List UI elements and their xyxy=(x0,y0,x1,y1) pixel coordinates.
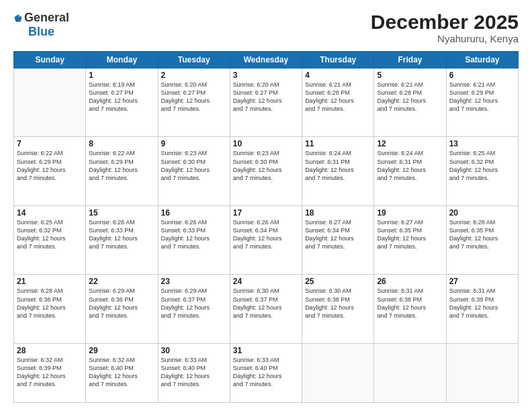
day-number: 30 xyxy=(161,346,227,355)
day-info: Sunrise: 6:26 AM Sunset: 6:33 PM Dayligh… xyxy=(89,218,154,251)
day-info: Sunrise: 6:20 AM Sunset: 6:27 PM Dayligh… xyxy=(161,81,227,113)
day-number: 5 xyxy=(377,71,443,80)
weekday-header: Tuesday xyxy=(158,52,230,68)
day-number: 3 xyxy=(233,71,299,80)
calendar-week-row: 1Sunrise: 6:19 AM Sunset: 6:27 PM Daylig… xyxy=(14,68,519,137)
calendar-cell: 22Sunrise: 6:29 AM Sunset: 6:36 PM Dayli… xyxy=(86,275,158,343)
day-number: 21 xyxy=(17,277,83,286)
day-number: 8 xyxy=(89,139,154,148)
calendar-cell: 12Sunrise: 6:24 AM Sunset: 6:31 PM Dayli… xyxy=(374,137,446,205)
calendar-cell xyxy=(14,68,86,137)
calendar-cell: 10Sunrise: 6:23 AM Sunset: 6:30 PM Dayli… xyxy=(230,137,302,205)
title-block: December 2025 Nyahururu, Kenya xyxy=(371,11,519,44)
calendar-cell: 8Sunrise: 6:22 AM Sunset: 6:29 PM Daylig… xyxy=(86,137,158,205)
calendar-cell: 21Sunrise: 6:28 AM Sunset: 6:36 PM Dayli… xyxy=(14,275,86,343)
day-number: 16 xyxy=(161,208,227,218)
day-info: Sunrise: 6:31 AM Sunset: 6:38 PM Dayligh… xyxy=(377,287,443,320)
calendar-cell: 26Sunrise: 6:31 AM Sunset: 6:38 PM Dayli… xyxy=(374,275,446,343)
day-info: Sunrise: 6:30 AM Sunset: 6:37 PM Dayligh… xyxy=(233,287,299,320)
day-info: Sunrise: 6:23 AM Sunset: 6:30 PM Dayligh… xyxy=(233,149,299,182)
calendar-week-row: 21Sunrise: 6:28 AM Sunset: 6:36 PM Dayli… xyxy=(14,275,519,343)
day-number: 17 xyxy=(233,208,299,218)
logo-general: General xyxy=(24,11,69,25)
day-number: 15 xyxy=(89,208,154,218)
day-number: 1 xyxy=(89,71,154,80)
day-number: 28 xyxy=(17,346,83,355)
day-number: 7 xyxy=(17,139,83,148)
day-number: 23 xyxy=(161,277,227,286)
day-number: 26 xyxy=(377,277,443,286)
weekday-header: Wednesday xyxy=(230,52,302,68)
calendar-cell: 27Sunrise: 6:31 AM Sunset: 6:39 PM Dayli… xyxy=(446,275,518,343)
weekday-header: Thursday xyxy=(302,52,374,68)
calendar-cell: 5Sunrise: 6:21 AM Sunset: 6:28 PM Daylig… xyxy=(374,68,446,137)
day-info: Sunrise: 6:27 AM Sunset: 6:34 PM Dayligh… xyxy=(305,218,371,251)
day-info: Sunrise: 6:24 AM Sunset: 6:31 PM Dayligh… xyxy=(305,149,371,182)
calendar-cell: 1Sunrise: 6:19 AM Sunset: 6:27 PM Daylig… xyxy=(86,68,158,137)
page: General Blue December 2025 Nyahururu, Ke… xyxy=(0,0,532,411)
day-info: Sunrise: 6:33 AM Sunset: 6:40 PM Dayligh… xyxy=(161,356,227,389)
day-info: Sunrise: 6:31 AM Sunset: 6:39 PM Dayligh… xyxy=(449,287,515,320)
logo-blue: Blue xyxy=(28,25,54,39)
calendar-cell: 4Sunrise: 6:21 AM Sunset: 6:28 PM Daylig… xyxy=(302,68,374,137)
day-info: Sunrise: 6:26 AM Sunset: 6:33 PM Dayligh… xyxy=(161,218,227,251)
day-number: 20 xyxy=(449,208,515,218)
logo-icon xyxy=(13,13,23,23)
calendar-cell xyxy=(446,343,518,402)
day-info: Sunrise: 6:33 AM Sunset: 6:40 PM Dayligh… xyxy=(233,356,299,389)
day-info: Sunrise: 6:29 AM Sunset: 6:36 PM Dayligh… xyxy=(89,287,154,320)
day-info: Sunrise: 6:32 AM Sunset: 6:40 PM Dayligh… xyxy=(89,356,154,389)
day-number: 31 xyxy=(233,346,299,355)
day-number: 4 xyxy=(305,71,371,80)
day-info: Sunrise: 6:28 AM Sunset: 6:35 PM Dayligh… xyxy=(449,218,515,251)
day-number: 9 xyxy=(161,139,227,148)
calendar-cell: 20Sunrise: 6:28 AM Sunset: 6:35 PM Dayli… xyxy=(446,205,518,274)
calendar-cell: 3Sunrise: 6:20 AM Sunset: 6:27 PM Daylig… xyxy=(230,68,302,137)
calendar-cell: 23Sunrise: 6:29 AM Sunset: 6:37 PM Dayli… xyxy=(158,275,230,343)
header: General Blue December 2025 Nyahururu, Ke… xyxy=(13,11,519,44)
day-number: 22 xyxy=(89,277,154,286)
logo: General Blue xyxy=(13,11,69,39)
calendar-week-row: 7Sunrise: 6:22 AM Sunset: 6:29 PM Daylig… xyxy=(14,137,519,205)
day-info: Sunrise: 6:25 AM Sunset: 6:32 PM Dayligh… xyxy=(17,218,83,251)
weekday-header: Saturday xyxy=(446,52,518,68)
day-info: Sunrise: 6:23 AM Sunset: 6:30 PM Dayligh… xyxy=(161,149,227,182)
calendar-cell: 14Sunrise: 6:25 AM Sunset: 6:32 PM Dayli… xyxy=(14,205,86,274)
day-number: 13 xyxy=(449,139,515,148)
weekday-header: Monday xyxy=(86,52,158,68)
calendar-cell: 30Sunrise: 6:33 AM Sunset: 6:40 PM Dayli… xyxy=(158,343,230,402)
day-number: 14 xyxy=(17,208,83,218)
calendar-cell: 17Sunrise: 6:26 AM Sunset: 6:34 PM Dayli… xyxy=(230,205,302,274)
weekday-header: Sunday xyxy=(14,52,86,68)
day-info: Sunrise: 6:22 AM Sunset: 6:29 PM Dayligh… xyxy=(17,149,83,182)
calendar-cell: 6Sunrise: 6:21 AM Sunset: 6:29 PM Daylig… xyxy=(446,68,518,137)
calendar-title: December 2025 xyxy=(371,11,519,33)
calendar-cell: 9Sunrise: 6:23 AM Sunset: 6:30 PM Daylig… xyxy=(158,137,230,205)
calendar-cell: 15Sunrise: 6:26 AM Sunset: 6:33 PM Dayli… xyxy=(86,205,158,274)
calendar-week-row: 28Sunrise: 6:32 AM Sunset: 6:39 PM Dayli… xyxy=(14,343,519,402)
day-number: 18 xyxy=(305,208,371,218)
day-number: 29 xyxy=(89,346,154,355)
calendar-cell: 31Sunrise: 6:33 AM Sunset: 6:40 PM Dayli… xyxy=(230,343,302,402)
calendar-cell: 7Sunrise: 6:22 AM Sunset: 6:29 PM Daylig… xyxy=(14,137,86,205)
calendar-cell xyxy=(302,343,374,402)
day-info: Sunrise: 6:21 AM Sunset: 6:28 PM Dayligh… xyxy=(305,81,371,113)
day-number: 2 xyxy=(161,71,227,80)
day-info: Sunrise: 6:30 AM Sunset: 6:38 PM Dayligh… xyxy=(305,287,371,320)
calendar-cell: 25Sunrise: 6:30 AM Sunset: 6:38 PM Dayli… xyxy=(302,275,374,343)
calendar-cell: 24Sunrise: 6:30 AM Sunset: 6:37 PM Dayli… xyxy=(230,275,302,343)
weekday-header: Friday xyxy=(374,52,446,68)
calendar-cell: 19Sunrise: 6:27 AM Sunset: 6:35 PM Dayli… xyxy=(374,205,446,274)
day-number: 10 xyxy=(233,139,299,148)
day-info: Sunrise: 6:29 AM Sunset: 6:37 PM Dayligh… xyxy=(161,287,227,320)
day-info: Sunrise: 6:19 AM Sunset: 6:27 PM Dayligh… xyxy=(89,81,154,113)
day-info: Sunrise: 6:24 AM Sunset: 6:31 PM Dayligh… xyxy=(377,149,443,182)
calendar-cell: 16Sunrise: 6:26 AM Sunset: 6:33 PM Dayli… xyxy=(158,205,230,274)
day-number: 6 xyxy=(449,71,515,80)
day-info: Sunrise: 6:28 AM Sunset: 6:36 PM Dayligh… xyxy=(17,287,83,320)
day-info: Sunrise: 6:26 AM Sunset: 6:34 PM Dayligh… xyxy=(233,218,299,251)
day-number: 19 xyxy=(377,208,443,218)
day-info: Sunrise: 6:32 AM Sunset: 6:39 PM Dayligh… xyxy=(17,356,83,389)
calendar-table: SundayMondayTuesdayWednesdayThursdayFrid… xyxy=(13,51,519,403)
day-number: 11 xyxy=(305,139,371,148)
